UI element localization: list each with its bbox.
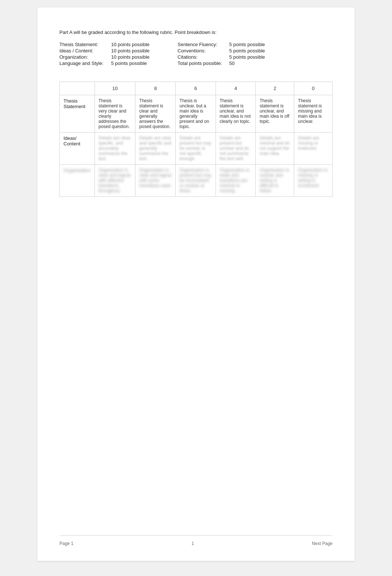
thesis-2: Thesis statement is unclear, and main id… xyxy=(256,95,294,132)
table-row-ideas: Ideas/Content Details are clear, specifi… xyxy=(60,132,333,165)
breakdown-value-conventions: 5 points possible xyxy=(229,48,274,54)
footer-center: 1 xyxy=(192,541,194,546)
table-header-row: 10 8 6 4 2 0 xyxy=(60,82,333,95)
breakdown-row-conventions: Conventions: 5 points possible xyxy=(178,48,274,54)
thesis-8: Thesis statement is clear and generally … xyxy=(135,95,176,132)
breakdown-value-org: 10 points possible xyxy=(111,54,155,60)
org-2: Organization is unclear and writing is d… xyxy=(256,165,294,197)
ideas-0-text: Details are missing or irrelevant. xyxy=(298,135,319,151)
org-10: Organization is clear and logical with e… xyxy=(94,165,135,197)
rubric-table: 10 8 6 4 2 0 ThesisStatement Thesis stat… xyxy=(59,82,333,197)
org-6: Organization is present but may be incon… xyxy=(176,165,216,197)
breakdown-row-ideas: Ideas / Content: 10 points possible xyxy=(59,48,155,54)
org-10-text: Organization is clear and logical with e… xyxy=(99,168,131,193)
header-2: 2 xyxy=(256,82,294,95)
ideas-10-text: Details are clear, specific, and accurat… xyxy=(99,135,131,161)
org-8-text: Organization is clear and logical with s… xyxy=(139,168,171,188)
breakdown-row-thesis: Thesis Statement: 10 points possible xyxy=(59,42,155,47)
breakdown-row-org: Organization: 10 points possible xyxy=(59,54,155,60)
header-10: 10 xyxy=(94,82,135,95)
ideas-4: Details are present but unclear and do n… xyxy=(216,132,255,165)
header-4: 4 xyxy=(216,82,255,95)
breakdown-label-conventions: Conventions: xyxy=(178,48,226,54)
ideas-8: Details are clear and specific and gener… xyxy=(135,132,176,165)
row-label-thesis: ThesisStatement xyxy=(60,95,95,132)
org-0-text: Organization is missing or writing is in… xyxy=(298,168,327,188)
page-footer: Page 1 1 Next Page xyxy=(37,541,355,546)
org-4-text: Organization is weak and transitions are… xyxy=(220,168,249,193)
ideas-2: Details are minimal and do not support t… xyxy=(256,132,294,165)
breakdown-row-citations: Citations: 5 points possible xyxy=(178,54,274,60)
breakdown-value-citations: 5 points possible xyxy=(229,54,274,60)
breakdown-value-ideas: 10 points possible xyxy=(111,48,155,54)
header-6: 6 xyxy=(176,82,216,95)
row-label-org: Organization xyxy=(60,165,95,197)
breakdown-label-org: Organization: xyxy=(59,54,107,60)
org-2-text: Organization is unclear and writing is d… xyxy=(259,168,289,193)
ideas-6: Details are present but may be unclear o… xyxy=(176,132,216,165)
breakdown-label-citations: Citations: xyxy=(178,54,226,60)
org-8: Organization is clear and logical with s… xyxy=(135,165,176,197)
breakdown-value-total: 50 xyxy=(229,61,274,66)
row-label-ideas: Ideas/Content xyxy=(60,132,95,165)
thesis-6: Thesis is unclear, but a main idea is ge… xyxy=(176,95,216,132)
breakdown-row-lang: Language and Style: 5 points possible xyxy=(59,61,155,66)
thesis-0: Thesis statement is missing and main ide… xyxy=(294,95,333,132)
ideas-2-text: Details are minimal and do not support t… xyxy=(259,135,289,156)
header-8: 8 xyxy=(135,82,176,95)
thesis-10: Thesis statement is very clear and clear… xyxy=(94,95,135,132)
breakdown-row-total: Total points possible: 50 xyxy=(178,61,274,66)
page: Part A will be graded according to the f… xyxy=(37,7,355,561)
org-6-text: Organization is present but may be incon… xyxy=(179,168,211,193)
org-label-text: Organization xyxy=(63,168,91,173)
header-blank xyxy=(60,82,95,95)
breakdown-right: Sentence Fluency: 5 points possible Conv… xyxy=(178,42,274,67)
breakdown-left: Thesis Statement: 10 points possible Ide… xyxy=(59,42,155,67)
org-0: Organization is missing or writing is in… xyxy=(294,165,333,197)
org-4: Organization is weak and transitions are… xyxy=(216,165,255,197)
ideas-6-text: Details are present but may be unclear o… xyxy=(179,135,211,161)
breakdown-label-thesis: Thesis Statement: xyxy=(59,42,107,47)
breakdown-label-fluency: Sentence Fluency: xyxy=(178,42,226,47)
ideas-10: Details are clear, specific, and accurat… xyxy=(94,132,135,165)
point-breakdown: Thesis Statement: 10 points possible Ide… xyxy=(59,42,333,67)
breakdown-row-fluency: Sentence Fluency: 5 points possible xyxy=(178,42,274,47)
ideas-4-text: Details are present but unclear and do n… xyxy=(220,135,249,161)
breakdown-label-ideas: Ideas / Content: xyxy=(59,48,107,54)
header-0: 0 xyxy=(294,82,333,95)
table-row-thesis: ThesisStatement Thesis statement is very… xyxy=(60,95,333,132)
intro-text: Part A will be graded according to the f… xyxy=(59,30,333,35)
breakdown-label-total: Total points possible: xyxy=(178,61,226,66)
ideas-0: Details are missing or irrelevant. xyxy=(294,132,333,165)
breakdown-value-lang: 5 points possible xyxy=(111,61,155,66)
table-row-organization: Organization Organization is clear and l… xyxy=(60,165,333,197)
breakdown-value-fluency: 5 points possible xyxy=(229,42,274,47)
breakdown-label-lang: Language and Style: xyxy=(59,61,107,66)
footer-right: Next Page xyxy=(312,541,333,546)
footer-divider xyxy=(59,535,333,536)
ideas-8-text: Details are clear and specific and gener… xyxy=(139,135,171,161)
breakdown-value-thesis: 10 points possible xyxy=(111,42,155,47)
footer-left: Page 1 xyxy=(59,541,73,546)
thesis-4: Thesis statement is unclear, and main id… xyxy=(216,95,255,132)
